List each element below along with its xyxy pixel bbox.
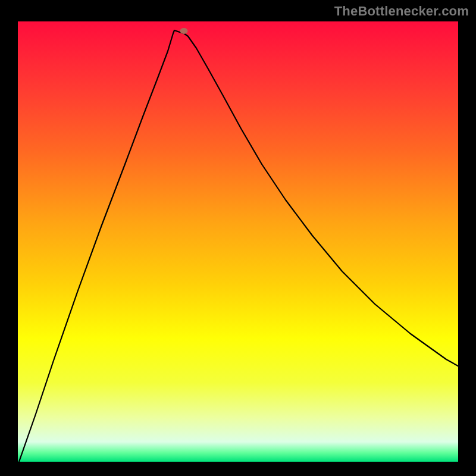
plot-area: [18, 21, 458, 462]
chart-frame: TheBottlenecker.com: [0, 0, 476, 476]
gradient-bg: [18, 21, 458, 462]
chart-svg: [18, 21, 458, 462]
watermark-label: TheBottlenecker.com: [334, 4, 469, 19]
optimal-point-marker: [180, 28, 188, 34]
